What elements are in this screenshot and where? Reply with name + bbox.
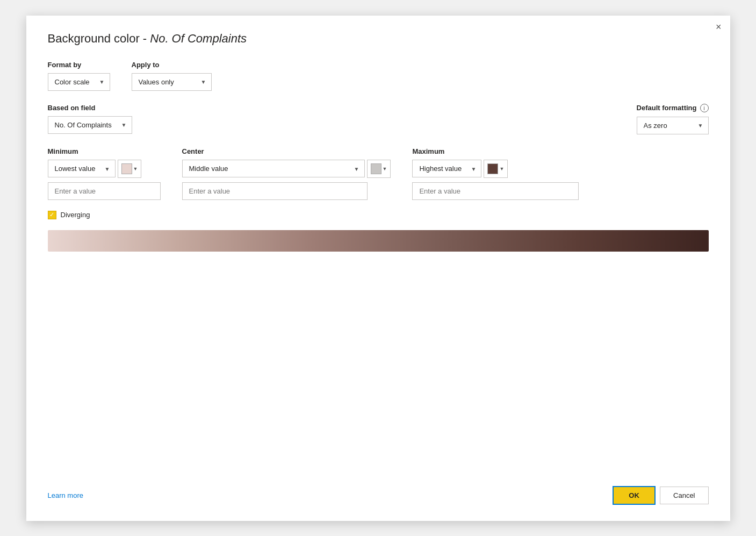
minimum-column: Minimum Lowest value Number Percent Perc… (48, 147, 161, 200)
footer-buttons: OK Cancel (613, 486, 708, 505)
maximum-color-swatch-button[interactable]: ▼ (484, 160, 508, 178)
minimum-swatch-chevron-icon: ▼ (133, 166, 138, 171)
maximum-color-swatch (487, 163, 498, 174)
format-by-select[interactable]: Color scale Rules Field value (48, 73, 110, 91)
maximum-select[interactable]: Highest value Number Percent Percentile … (412, 160, 481, 177)
center-select[interactable]: Middle value Number Percent Percentile F… (182, 160, 365, 177)
learn-more-link[interactable]: Learn more (48, 491, 83, 499)
minimum-select-wrapper[interactable]: Lowest value Number Percent Percentile F… (48, 160, 116, 177)
minmax-section: Minimum Lowest value Number Percent Perc… (48, 147, 709, 200)
dialog-footer: Learn more OK Cancel (48, 475, 709, 505)
diverging-row: ✓ Diverging (48, 211, 709, 219)
based-on-select-wrapper[interactable]: No. Of Complaints ▼ (48, 116, 132, 134)
default-fmt-select-wrapper[interactable]: As zero As blank ▼ (637, 117, 709, 134)
cancel-button[interactable]: Cancel (660, 487, 708, 504)
center-color-swatch-button[interactable]: ▼ (367, 160, 391, 178)
center-swatch-chevron-icon: ▼ (383, 166, 387, 171)
close-button[interactable]: × (716, 22, 722, 32)
ok-button[interactable]: OK (613, 486, 656, 505)
maximum-value-input[interactable] (412, 182, 579, 200)
checkmark-icon: ✓ (49, 212, 54, 218)
based-on-field-group: Based on field No. Of Complaints ▼ (48, 104, 132, 134)
info-icon: i (700, 104, 709, 112)
dialog-title: Background color - No. Of Complaints (48, 32, 709, 46)
maximum-label: Maximum (412, 147, 579, 155)
format-by-select-wrapper[interactable]: Color scale Rules Field value ▼ (48, 73, 110, 91)
gradient-preview-bar (48, 230, 709, 252)
minimum-value-input[interactable] (48, 182, 161, 200)
maximum-controls-row: Highest value Number Percent Percentile … (412, 160, 579, 178)
based-on-select[interactable]: No. Of Complaints (48, 116, 132, 134)
minimum-color-swatch (121, 163, 132, 174)
minimum-select[interactable]: Lowest value Number Percent Percentile F… (48, 160, 116, 177)
row-based-default: Based on field No. Of Complaints ▼ Defau… (48, 104, 709, 134)
apply-to-select-wrapper[interactable]: Values only Values and totals Totals onl… (132, 73, 212, 91)
based-on-field-label: Based on field (48, 104, 132, 112)
center-label: Center (182, 147, 391, 155)
center-select-wrapper[interactable]: Middle value Number Percent Percentile F… (182, 160, 365, 177)
diverging-label: Diverging (61, 211, 90, 219)
default-fmt-select[interactable]: As zero As blank (637, 117, 709, 134)
row-format-apply: Format by Color scale Rules Field value … (48, 61, 709, 91)
format-by-label: Format by (48, 61, 110, 69)
default-formatting-label: Default formatting (637, 104, 697, 112)
minimum-controls-row: Lowest value Number Percent Percentile F… (48, 160, 161, 178)
default-formatting-label-wrapper: Default formatting i (637, 104, 709, 112)
center-controls-row: Middle value Number Percent Percentile F… (182, 160, 391, 178)
title-italic: No. Of Complaints (150, 32, 247, 45)
center-column: Center Middle value Number Percent Perce… (182, 147, 391, 200)
maximum-column: Maximum Highest value Number Percent Per… (412, 147, 579, 200)
title-static: Background color - (48, 32, 150, 45)
format-by-group: Format by Color scale Rules Field value … (48, 61, 110, 91)
background-color-dialog: × Background color - No. Of Complaints F… (26, 16, 730, 521)
apply-to-select[interactable]: Values only Values and totals Totals onl… (132, 73, 212, 91)
diverging-checkbox[interactable]: ✓ (48, 211, 56, 219)
default-formatting-group: Default formatting i As zero As blank ▼ (637, 104, 709, 134)
apply-to-group: Apply to Values only Values and totals T… (132, 61, 212, 91)
center-color-swatch (371, 163, 381, 174)
center-value-input[interactable] (182, 182, 368, 200)
apply-to-label: Apply to (132, 61, 212, 69)
maximum-swatch-chevron-icon: ▼ (499, 166, 504, 171)
minimum-label: Minimum (48, 147, 161, 155)
minimum-color-swatch-button[interactable]: ▼ (118, 160, 142, 178)
maximum-select-wrapper[interactable]: Highest value Number Percent Percentile … (412, 160, 481, 177)
